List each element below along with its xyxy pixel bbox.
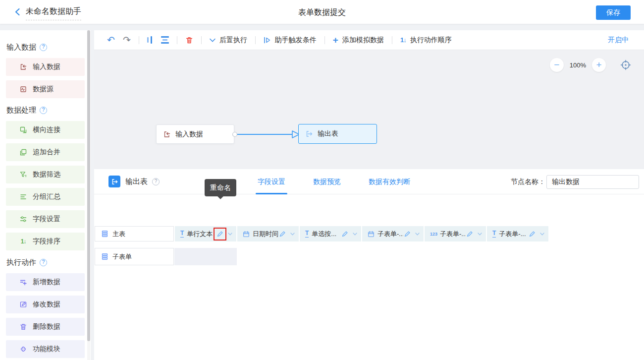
field-cell[interactable]: T 子表单-...: [487, 226, 548, 241]
trigger-condition-button[interactable]: 助手触发条件: [264, 36, 317, 45]
add-mock-data-button[interactable]: + 添加模拟数据: [333, 35, 384, 45]
field-cell[interactable]: 子表单-...: [362, 226, 424, 241]
action-order-label: 执行动作顺序: [410, 36, 452, 45]
chevron-down-icon[interactable]: [290, 233, 295, 236]
trash-icon[interactable]: [185, 36, 193, 44]
save-button[interactable]: 保存: [596, 5, 631, 20]
scrollbar-thumb[interactable]: [87, 30, 90, 341]
sidebar-item-data-filter[interactable]: 数据筛选: [6, 166, 85, 183]
rename-pencil-icon[interactable]: [216, 230, 224, 238]
field-settings-icon: [19, 215, 27, 223]
field-cell[interactable]: T 单行文本: [175, 226, 236, 241]
rename-pencil-icon[interactable]: [528, 230, 536, 238]
node-name-label: 节点名称：: [511, 178, 545, 186]
node-output-table[interactable]: 输出表: [298, 124, 377, 144]
redo-icon[interactable]: ↷: [123, 35, 131, 45]
append-merge-icon: [19, 148, 27, 156]
row-name-cell[interactable]: 主表: [95, 226, 174, 241]
rename-pencil-icon[interactable]: [341, 230, 349, 238]
field-label: 单选按...: [312, 230, 336, 239]
align-vertical-icon[interactable]: [147, 36, 152, 44]
help-icon[interactable]: ?: [152, 178, 160, 185]
action-order-button[interactable]: 1↓ 执行动作顺序: [400, 36, 452, 45]
chevron-down-icon: [210, 38, 215, 42]
sidebar-item-input-data[interactable]: 输入数据: [6, 58, 85, 76]
sidebar-item-datasource[interactable]: 数据源: [6, 80, 85, 98]
node-name-input[interactable]: [546, 175, 639, 189]
section-title: 数据处理: [6, 106, 36, 115]
field-label: 单行文本: [187, 230, 213, 239]
tab-field-settings[interactable]: 字段设置: [258, 169, 285, 194]
item-label: 修改数据: [33, 300, 60, 309]
assistant-title[interactable]: 未命名数据助手: [26, 6, 81, 20]
item-label: 输入数据: [33, 62, 60, 71]
rename-pencil-icon[interactable]: [278, 230, 286, 238]
datasource-icon: [19, 85, 27, 93]
rename-tooltip: 重命名: [205, 179, 236, 196]
sidebar-scrollbar[interactable]: [87, 30, 90, 360]
field-cell[interactable]: 123 子表单-...: [425, 226, 486, 241]
field-label: 子表单-...: [377, 230, 403, 239]
table-icon: [101, 253, 108, 260]
help-icon[interactable]: ?: [40, 259, 47, 266]
tab-data-validity[interactable]: 数据有效判断: [369, 169, 410, 194]
section-data-process: 数据处理 ?: [6, 105, 85, 115]
divider: [139, 36, 139, 44]
sidebar-item-module[interactable]: 功能模块: [6, 340, 85, 358]
workflow-canvas[interactable]: − 100% + 输入数据 输出表: [94, 51, 644, 169]
row-name: 主表: [112, 230, 125, 239]
rename-pencil-icon[interactable]: [466, 230, 474, 238]
undo-icon[interactable]: ↶: [107, 35, 115, 45]
node-input-data[interactable]: 输入数据: [156, 124, 234, 144]
item-label: 新增数据: [33, 278, 60, 287]
row-name-cell[interactable]: 子表单: [95, 248, 174, 265]
field-cell[interactable]: T 单选按...: [300, 226, 361, 241]
tab-data-preview[interactable]: 数据预览: [313, 169, 341, 194]
node-label: 输出表: [318, 129, 338, 138]
align-horizontal-icon[interactable]: [161, 36, 169, 44]
sidebar-item-delete-data[interactable]: 删除数据: [6, 318, 85, 336]
back-icon[interactable]: [13, 7, 22, 16]
sidebar-item-group-summary[interactable]: 分组汇总: [6, 188, 85, 206]
zoom-out-button[interactable]: −: [550, 58, 564, 72]
output-table-icon: [108, 176, 120, 187]
text-type-icon: T: [492, 230, 496, 237]
post-execute-label: 后置执行: [219, 36, 247, 45]
section-actions: 执行动作 ?: [6, 257, 85, 267]
chevron-down-icon[interactable]: [353, 233, 357, 236]
chevron-down-icon[interactable]: [540, 233, 544, 236]
page-title: 表单数据提交: [298, 7, 346, 18]
chevron-down-icon[interactable]: [415, 233, 420, 236]
section-title: 输入数据: [6, 43, 36, 52]
item-label: 字段设置: [33, 215, 60, 224]
item-label: 追加合并: [33, 148, 60, 157]
delete-data-icon: [19, 323, 27, 331]
help-icon[interactable]: ?: [40, 107, 47, 114]
sidebar-item-horizontal-join[interactable]: 横向连接: [6, 121, 85, 139]
help-icon[interactable]: ?: [40, 44, 47, 51]
center-target-icon[interactable]: [620, 60, 631, 70]
empty-field-cell[interactable]: [174, 248, 237, 265]
chevron-down-icon[interactable]: [228, 233, 232, 236]
sidebar: 输入数据 ? 输入数据 数据源 数据处理 ? 横向连接 追加合并 数据筛选: [0, 30, 91, 360]
sidebar-item-field-settings[interactable]: 字段设置: [6, 210, 85, 228]
rename-pencil-icon[interactable]: [403, 230, 411, 238]
field-cell[interactable]: 日期时间: [237, 226, 299, 241]
number-type-icon: 123: [430, 232, 437, 237]
zoom-in-button[interactable]: +: [592, 58, 606, 72]
sidebar-item-add-data[interactable]: 新增数据: [6, 273, 85, 291]
status-enabled[interactable]: 开启中: [608, 36, 629, 45]
calendar-icon: [368, 231, 375, 238]
sidebar-item-append-merge[interactable]: 追加合并: [6, 143, 85, 161]
panel-header: 输出表 ? 字段设置 数据预览 数据有效判断 节点名称：: [94, 169, 644, 194]
sidebar-item-field-sort[interactable]: 1↓ 字段排序: [6, 233, 85, 250]
chevron-down-icon[interactable]: [478, 233, 482, 236]
post-execute-button[interactable]: 后置执行: [210, 36, 247, 45]
tooltip-text: 重命名: [210, 183, 231, 192]
sidebar-item-edit-data[interactable]: 修改数据: [6, 296, 85, 313]
zoom-level: 100%: [570, 61, 586, 69]
item-label: 功能模块: [33, 345, 60, 354]
join-icon: [19, 126, 27, 134]
import-icon: [163, 130, 171, 138]
text-type-icon: T: [180, 230, 184, 237]
